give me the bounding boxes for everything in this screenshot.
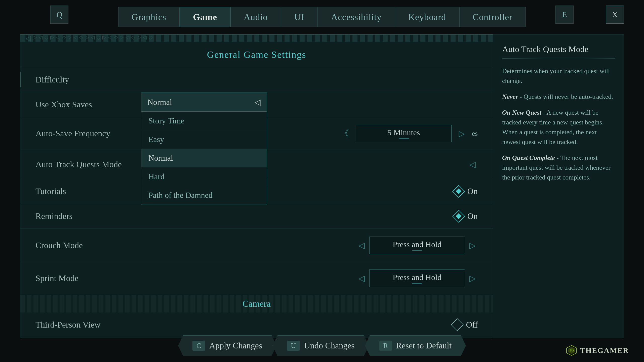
sprint-mode-label: Sprint Mode [35, 274, 356, 283]
reminders-diamond-icon [452, 210, 465, 223]
info-text-never: - Quests will never be auto-tracked. [520, 93, 613, 100]
tab-controller[interactable]: Controller [459, 7, 526, 27]
apply-changes-button[interactable]: C Apply Changes [178, 335, 276, 356]
third-person-control[interactable]: Off [453, 320, 478, 330]
tab-game[interactable]: Game [180, 7, 230, 27]
main-content: ◁ ▷ ◁ ◇ ▷ ◁ ◇ ▷ ◁ ◇ ▷ ◁ ◇ ▷ ◁ ◇ ▷ [0, 34, 644, 338]
tutorials-diamond-icon [452, 185, 465, 198]
tab-graphics[interactable]: Graphics [118, 7, 180, 27]
autosave-control: 《 5 Minutes ▷ es [338, 125, 478, 142]
reset-label: Reset to Default [396, 341, 452, 350]
watermark: TG THEGAMER [566, 345, 629, 356]
third-person-toggle[interactable]: Off [453, 320, 478, 330]
info-panel: Auto Track Quests Mode Determines when y… [493, 34, 624, 338]
dropdown-option-story-time[interactable]: Story Time [141, 112, 267, 130]
apply-label: Apply Changes [209, 341, 262, 350]
reminders-label: Reminders [35, 211, 454, 221]
dropdown-option-path-of-damned[interactable]: Path of the Damned [141, 186, 267, 205]
panel-header: General Game Settings [20, 42, 493, 67]
sprint-mode-control: ◁ Press and Hold ▷ [356, 269, 478, 287]
auto-track-control: ◁ [467, 158, 478, 171]
crouch-mode-label: Crouch Mode [35, 241, 356, 250]
sprint-mode-prev-button[interactable]: ◁ [356, 272, 367, 285]
camera-section-title: Camera [30, 298, 483, 309]
sprint-mode-value-display: Press and Hold [369, 269, 465, 287]
dropdown-option-easy[interactable]: Easy [141, 130, 267, 149]
apply-key-label: C [192, 341, 205, 351]
reminders-toggle[interactable]: On [454, 211, 478, 221]
dropdown-selected-item: Normal ◁ [141, 93, 267, 112]
undo-key-label: U [287, 341, 300, 351]
auto-track-prev-button[interactable]: ◁ [467, 158, 478, 171]
sprint-mode-setting: Sprint Mode ◁ Press and Hold ▷ [20, 262, 493, 295]
crouch-mode-control: ◁ Press and Hold ▷ [356, 237, 478, 254]
nav-prev-button[interactable]: Q [50, 6, 68, 24]
close-button[interactable]: X [606, 6, 624, 24]
sprint-mode-next-button[interactable]: ▷ [467, 272, 478, 285]
reminders-control[interactable]: On [454, 211, 478, 221]
crouch-mode-value-display: Press and Hold [369, 237, 465, 254]
tutorials-value: On [467, 187, 478, 196]
q-key-label: Q [56, 10, 62, 19]
settings-list: Difficulty Normal ◁ Story Time [20, 67, 493, 295]
undo-changes-button[interactable]: U Undo Changes [272, 335, 369, 356]
info-entry-new-quest: On New Quest - A new quest will be track… [502, 108, 615, 147]
undo-label: Undo Changes [304, 341, 354, 350]
crouch-mode-setting: Crouch Mode ◁ Press and Hold ▷ [20, 229, 493, 262]
x-key-label: X [612, 10, 618, 19]
info-key-never: Never [502, 93, 518, 100]
crouch-mode-next-button[interactable]: ▷ [467, 239, 478, 252]
autosave-value-display: 5 Minutes [356, 125, 452, 142]
difficulty-dropdown[interactable]: Normal ◁ Story Time Easy Normal Hard [141, 93, 267, 205]
e-key-label: E [562, 10, 567, 19]
info-key-new-quest: On New Quest [502, 109, 541, 116]
crouch-mode-prev-button[interactable]: ◁ [356, 239, 367, 252]
info-panel-title: Auto Track Quests Mode [502, 44, 615, 59]
dropdown-arrow-icon: ◁ [254, 97, 261, 107]
top-border-strip: ◁ ▷ ◁ ◇ ▷ ◁ ◇ ▷ ◁ ◇ ▷ ◁ ◇ ▷ ◁ ◇ ▷ [20, 34, 493, 42]
settings-panel: ◁ ▷ ◁ ◇ ▷ ◁ ◇ ▷ ◁ ◇ ▷ ◁ ◇ ▷ ◁ ◇ ▷ [20, 34, 493, 338]
watermark-text: THEGAMER [580, 346, 629, 355]
third-person-value: Off [466, 320, 478, 330]
reminders-value: On [467, 211, 478, 221]
autosave-extra-label: es [472, 129, 478, 138]
reminders-setting: Reminders On [20, 204, 493, 229]
bottom-bar: C Apply Changes U Undo Changes R Reset t… [0, 329, 644, 362]
tutorials-toggle[interactable]: On [454, 187, 478, 196]
tab-keyboard[interactable]: Keyboard [395, 7, 459, 27]
camera-section-separator: Camera [20, 295, 493, 312]
nav-next-button[interactable]: E [555, 6, 574, 24]
difficulty-label: Difficulty [35, 75, 478, 84]
panel-title: General Game Settings [207, 49, 306, 60]
info-description: Determines when your tracked quest will … [502, 66, 615, 86]
reset-key-label: R [379, 341, 392, 351]
top-navigation: Q Graphics Game Audio UI Accessibility K… [0, 0, 644, 34]
watermark-logo-icon: TG [566, 345, 577, 356]
info-entry-quest-complete: On Quest Complete - The next most import… [502, 153, 615, 182]
third-person-label: Third-Person View [35, 320, 453, 330]
dropdown-option-hard[interactable]: Hard [141, 167, 267, 186]
svg-text:TG: TG [569, 348, 574, 352]
info-entry-never: Never - Quests will never be auto-tracke… [502, 92, 615, 102]
autosave-prev-fast-button[interactable]: 《 [338, 125, 351, 142]
tab-accessibility[interactable]: Accessibility [318, 7, 395, 27]
tab-audio[interactable]: Audio [230, 7, 281, 27]
autosave-next-button[interactable]: ▷ [457, 127, 467, 140]
dropdown-option-normal[interactable]: Normal [141, 149, 267, 167]
difficulty-setting: Difficulty Normal ◁ Story Time [20, 67, 493, 92]
tutorials-control[interactable]: On [454, 187, 478, 196]
reset-to-default-button[interactable]: R Reset to Default [365, 335, 466, 356]
info-key-quest-complete: On Quest Complete [502, 154, 555, 161]
tab-ui[interactable]: UI [281, 7, 318, 27]
